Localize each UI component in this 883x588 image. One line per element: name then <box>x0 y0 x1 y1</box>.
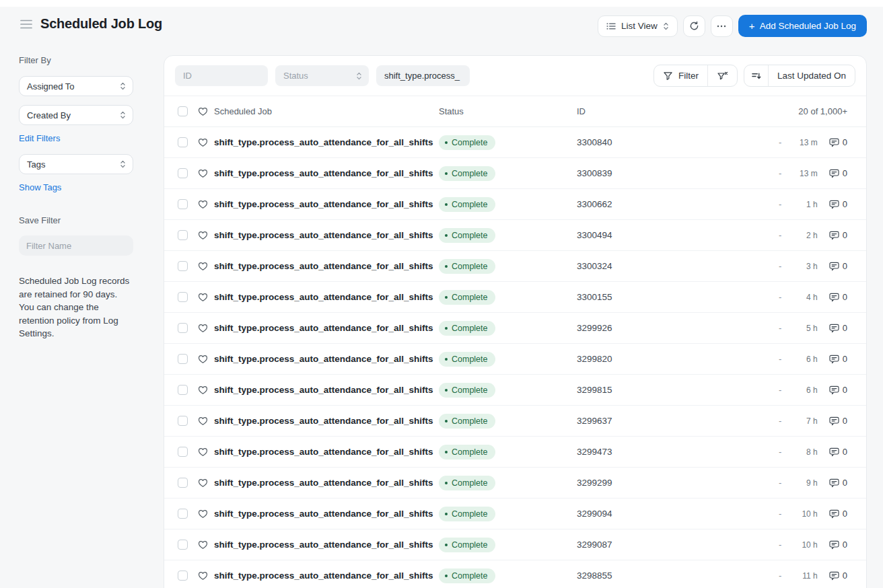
row-checkbox[interactable] <box>178 323 188 333</box>
table-row[interactable]: shift_type.process_auto_attendance_for_a… <box>164 468 866 499</box>
heart-icon[interactable] <box>198 540 214 550</box>
table-row[interactable]: shift_type.process_auto_attendance_for_a… <box>164 375 866 406</box>
comment-count[interactable]: 0 <box>829 199 847 209</box>
table-row[interactable]: shift_type.process_auto_attendance_for_a… <box>164 529 866 560</box>
filter-button[interactable]: Filter <box>654 65 707 86</box>
sort-field-button[interactable]: Last Updated On <box>768 65 855 86</box>
comment-count[interactable]: 0 <box>829 509 847 519</box>
heart-icon[interactable] <box>198 509 214 519</box>
created-by-select[interactable]: Created By <box>19 105 133 125</box>
heart-icon[interactable] <box>198 571 214 581</box>
scheduled-job-link[interactable]: shift_type.process_auto_attendance_for_a… <box>214 292 439 302</box>
comment-count[interactable]: 0 <box>829 540 847 550</box>
row-checkbox[interactable] <box>178 509 188 519</box>
table-row[interactable]: shift_type.process_auto_attendance_for_a… <box>164 220 866 251</box>
comment-count[interactable]: 0 <box>829 261 847 271</box>
scheduled-job-link[interactable]: shift_type.process_auto_attendance_for_a… <box>214 199 439 209</box>
row-checkbox[interactable] <box>178 292 188 302</box>
column-header-id[interactable]: ID <box>577 106 779 116</box>
comment-count[interactable]: 0 <box>829 447 847 457</box>
scheduled-job-link[interactable]: shift_type.process_auto_attendance_for_a… <box>214 168 439 178</box>
scheduled-job-filter-input[interactable] <box>376 65 470 86</box>
show-tags-link[interactable]: Show Tags <box>19 182 61 192</box>
row-checkbox[interactable] <box>178 199 188 209</box>
row-checkbox[interactable] <box>178 478 188 488</box>
heart-icon[interactable] <box>198 478 214 488</box>
column-header-status[interactable]: Status <box>439 106 577 116</box>
comment-count[interactable]: 0 <box>829 571 847 581</box>
comment-count[interactable]: 0 <box>829 416 847 426</box>
table-row[interactable]: shift_type.process_auto_attendance_for_a… <box>164 313 866 344</box>
comment-count[interactable]: 0 <box>829 230 847 240</box>
more-options-button[interactable] <box>711 15 733 37</box>
scheduled-job-link[interactable]: shift_type.process_auto_attendance_for_a… <box>214 137 439 147</box>
heart-icon[interactable] <box>198 200 214 209</box>
comment-count[interactable]: 0 <box>829 478 847 488</box>
refresh-button[interactable] <box>683 15 705 37</box>
edit-filters-link[interactable]: Edit Filters <box>19 133 60 143</box>
comment-count[interactable]: 0 <box>829 292 847 302</box>
table-row[interactable]: shift_type.process_auto_attendance_for_a… <box>164 437 866 468</box>
filter-name-input[interactable] <box>19 235 133 256</box>
heart-icon[interactable] <box>198 231 214 240</box>
heart-icon[interactable] <box>198 138 214 147</box>
comment-count[interactable]: 0 <box>829 385 847 395</box>
scheduled-job-link[interactable]: shift_type.process_auto_attendance_for_a… <box>214 509 439 519</box>
scheduled-job-link[interactable]: shift_type.process_auto_attendance_for_a… <box>214 540 439 550</box>
heart-icon[interactable] <box>198 169 214 178</box>
assigned-to-select[interactable]: Assigned To <box>19 76 133 96</box>
row-checkbox[interactable] <box>178 416 188 426</box>
table-row[interactable]: shift_type.process_auto_attendance_for_a… <box>164 251 866 282</box>
comment-count[interactable]: 0 <box>829 354 847 364</box>
scheduled-job-link[interactable]: shift_type.process_auto_attendance_for_a… <box>214 385 439 395</box>
comment-count[interactable]: 0 <box>829 323 847 333</box>
row-checkbox[interactable] <box>178 540 188 550</box>
row-checkbox[interactable] <box>178 137 188 147</box>
row-checkbox[interactable] <box>178 168 188 178</box>
status-label: Complete <box>452 416 488 426</box>
record-count[interactable]: 20 of 1,000+ <box>798 106 847 116</box>
clear-filter-button[interactable] <box>707 65 737 86</box>
scheduled-job-link[interactable]: shift_type.process_auto_attendance_for_a… <box>214 354 439 364</box>
table-row[interactable]: shift_type.process_auto_attendance_for_a… <box>164 189 866 220</box>
heart-icon[interactable] <box>198 447 214 457</box>
heart-icon[interactable] <box>198 385 214 395</box>
scheduled-job-link[interactable]: shift_type.process_auto_attendance_for_a… <box>214 416 439 426</box>
list-view-card: Status Filter <box>164 55 867 588</box>
scheduled-job-link[interactable]: shift_type.process_auto_attendance_for_a… <box>214 323 439 333</box>
scheduled-job-link[interactable]: shift_type.process_auto_attendance_for_a… <box>214 478 439 488</box>
scheduled-job-link[interactable]: shift_type.process_auto_attendance_for_a… <box>214 571 439 581</box>
row-checkbox[interactable] <box>178 385 188 395</box>
scheduled-job-link[interactable]: shift_type.process_auto_attendance_for_a… <box>214 261 439 271</box>
table-row[interactable]: shift_type.process_auto_attendance_for_a… <box>164 560 866 588</box>
hamburger-menu-icon[interactable] <box>20 20 32 29</box>
scheduled-job-link[interactable]: shift_type.process_auto_attendance_for_a… <box>214 230 439 240</box>
heart-icon[interactable] <box>198 293 214 302</box>
status-filter-select[interactable]: Status <box>275 65 369 86</box>
add-scheduled-job-log-button[interactable]: + Add Scheduled Job Log <box>738 15 867 37</box>
column-header-scheduled-job[interactable]: Scheduled Job <box>214 106 439 116</box>
scheduled-job-link[interactable]: shift_type.process_auto_attendance_for_a… <box>214 447 439 457</box>
row-checkbox[interactable] <box>178 447 188 457</box>
comment-count[interactable]: 0 <box>829 168 847 178</box>
tags-select[interactable]: Tags <box>19 154 133 174</box>
table-row[interactable]: shift_type.process_auto_attendance_for_a… <box>164 158 866 189</box>
sort-direction-button[interactable] <box>744 65 768 86</box>
select-all-checkbox[interactable] <box>178 106 188 116</box>
view-switcher-button[interactable]: List View <box>598 15 678 37</box>
heart-icon[interactable] <box>198 262 214 271</box>
table-row[interactable]: shift_type.process_auto_attendance_for_a… <box>164 406 866 437</box>
row-checkbox[interactable] <box>178 571 188 581</box>
heart-icon[interactable] <box>198 355 214 364</box>
table-row[interactable]: shift_type.process_auto_attendance_for_a… <box>164 282 866 313</box>
heart-icon[interactable] <box>198 416 214 426</box>
table-row[interactable]: shift_type.process_auto_attendance_for_a… <box>164 499 866 529</box>
table-row[interactable]: shift_type.process_auto_attendance_for_a… <box>164 344 866 375</box>
comment-count[interactable]: 0 <box>829 137 847 147</box>
row-checkbox[interactable] <box>178 261 188 271</box>
id-filter-input[interactable] <box>175 65 268 86</box>
row-checkbox[interactable] <box>178 230 188 240</box>
heart-icon[interactable] <box>198 324 214 333</box>
table-row[interactable]: shift_type.process_auto_attendance_for_a… <box>164 127 866 158</box>
row-checkbox[interactable] <box>178 354 188 364</box>
